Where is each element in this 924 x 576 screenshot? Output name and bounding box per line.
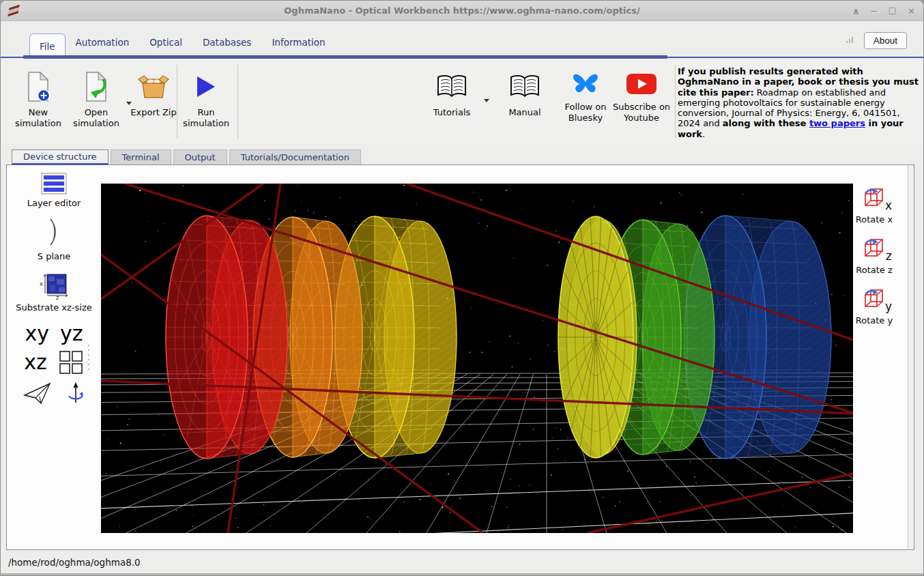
ribbon-toolbar: New simulation Open simulation Export Zi… [1, 59, 923, 144]
export-zip-button[interactable]: Export Zip [125, 66, 182, 118]
app-window: OghmaNano - Optical Workbench https://ww… [0, 0, 924, 576]
app-logo-icon [6, 3, 21, 18]
youtube-icon [626, 73, 657, 95]
citation-period: . [702, 129, 705, 139]
maximize-button[interactable]: ☐ [888, 7, 896, 16]
tab-device-structure[interactable]: Device structure [12, 149, 109, 165]
book-icon [436, 74, 467, 100]
shade-window-button[interactable]: ∧ [852, 7, 860, 16]
about-button[interactable]: About [864, 32, 907, 49]
play-icon [196, 75, 216, 98]
svg-text:z: z [56, 295, 59, 300]
view-xz-button[interactable]: xz [24, 350, 47, 374]
rotate-z-button[interactable]: z Rotate z [856, 237, 893, 276]
tutorials-button[interactable]: Tutorials [422, 66, 481, 118]
status-bar: /home/rod/oghma/oghma8.0 [1, 551, 923, 575]
tab-tutorials-documentation[interactable]: Tutorials/Documentation [229, 149, 361, 164]
toolbar-separator [675, 65, 676, 139]
3d-device-viewport[interactable] [101, 184, 853, 533]
ray-trace-plane-icon[interactable] [23, 382, 52, 405]
vertical-scrollbar[interactable] [908, 165, 914, 549]
device-structure-panel: Layer editor S plane x z [6, 164, 914, 550]
sidebar-splitter-handle[interactable] [88, 345, 89, 372]
close-button[interactable]: ✕ [908, 7, 915, 16]
substrate-xz-size-button[interactable]: x z Substrate xz-size [16, 272, 92, 313]
window-title: OghmaNano - Optical Workbench https://ww… [69, 5, 855, 16]
citation-bold-mid: along with these [723, 118, 809, 128]
tab-terminal[interactable]: Terminal [111, 149, 171, 164]
rotate-x-button[interactable]: x Rotate x [856, 187, 893, 225]
rotate-cube-icon [863, 187, 885, 207]
two-papers-link[interactable]: two papers [809, 118, 865, 128]
open-simulation-button[interactable]: Open simulation [67, 66, 126, 130]
view-toolbar-left: Layer editor S plane x z [7, 172, 101, 407]
new-document-icon [25, 71, 51, 102]
book-icon [509, 74, 540, 100]
open-document-icon [83, 71, 109, 102]
menu-underline-active [23, 55, 667, 59]
toolbar-separator [237, 65, 238, 139]
menu-tab-automation[interactable]: Automation [66, 37, 140, 48]
export-box-icon [138, 73, 169, 100]
svg-text:x: x [40, 281, 43, 287]
new-simulation-button[interactable]: New simulation [9, 66, 68, 130]
youtube-button[interactable]: Subscribe on Youtube [610, 66, 673, 124]
tab-output[interactable]: Output [173, 149, 227, 164]
lens-plane-icon [45, 218, 63, 246]
rotate-cube-icon [863, 288, 885, 308]
four-views-grid-icon[interactable] [58, 349, 84, 375]
view-xy-button[interactable]: xy [25, 321, 49, 345]
manual-button[interactable]: Manual [496, 66, 553, 118]
view-toolbar-right: x Rotate x z Rotate z [852, 187, 896, 326]
bluesky-butterfly-icon [571, 70, 601, 98]
menu-tab-databases[interactable]: Databases [192, 37, 261, 48]
view-yz-button[interactable]: yz [60, 321, 83, 345]
window-bottom-edge [1, 573, 923, 575]
run-simulation-button[interactable]: Run simulation [177, 66, 235, 130]
view-tabs: Device structure Terminal Output Tutoria… [12, 149, 361, 165]
bluesky-button[interactable]: Follow on Bluesky [555, 66, 616, 124]
rotate-y-button[interactable]: y Rotate y [856, 288, 893, 326]
title-bar[interactable]: OghmaNano - Optical Workbench https://ww… [1, 1, 923, 21]
rotate-cube-icon [863, 237, 885, 258]
rotate-axis-icon[interactable] [67, 381, 85, 407]
menu-tab-information[interactable]: Information [261, 37, 335, 48]
signal-icon [846, 37, 853, 43]
menu-bar: File Automation Optical Databases Inform… [1, 22, 923, 59]
working-directory-path: /home/rod/oghma/oghma8.0 [8, 557, 141, 568]
layers-icon [40, 172, 68, 195]
substrate-icon: x z [38, 272, 70, 300]
layer-editor-button[interactable]: Layer editor [27, 172, 81, 209]
menu-tab-optical[interactable]: Optical [139, 37, 192, 48]
citation-notice: If you publish results generated with Og… [678, 66, 919, 139]
minimize-button[interactable]: ─ [871, 7, 877, 16]
s-plane-button[interactable]: S plane [38, 218, 70, 262]
tutorials-dropdown-icon[interactable] [484, 99, 489, 102]
